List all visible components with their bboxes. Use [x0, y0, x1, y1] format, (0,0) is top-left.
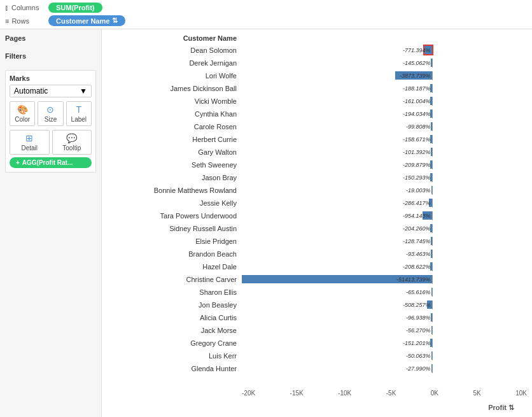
bar-name-label: Jack Morse [102, 327, 242, 334]
bar-area: -128.745% [242, 237, 527, 246]
rows-pill[interactable]: Customer Name ⇅ [48, 15, 125, 26]
bar-name-label: Elsie Pridgen [102, 237, 242, 245]
bar-name-label: Herbert Currie [102, 136, 242, 143]
tick--20k: -20K [242, 390, 255, 397]
bar-name-label: Hazel Dale [102, 263, 242, 271]
bar-area: -56.270% [242, 326, 527, 335]
bar-chart: Customer Name Dean Solomon-771.394%Derek… [102, 34, 527, 374]
bar-value-label: -128.745% [403, 238, 431, 244]
customer-name-header: Customer Name [102, 34, 242, 42]
columns-pill[interactable]: SUM(Profit) [48, 3, 102, 13]
bar-area: -161.004% [242, 97, 527, 106]
zero-line [432, 46, 433, 55]
bar-area: -286.417% [242, 199, 527, 208]
zero-line [432, 59, 433, 67]
bar-area: -99.808% [242, 122, 527, 131]
zero-line [432, 211, 433, 220]
detail-mark[interactable]: ⊞ Detail [10, 130, 50, 155]
tick--10k: -10K [338, 390, 351, 397]
bar-area: -93.463% [242, 250, 527, 258]
bar-area: -208.622% [242, 262, 527, 271]
bar-name-label: Dean Solomon [102, 46, 242, 54]
table-row: Carole Rosen-99.808% [102, 121, 527, 132]
bar-name-label: Carole Rosen [102, 123, 242, 131]
bar-name-label: Brandon Beach [102, 250, 242, 258]
size-mark[interactable]: ⊙ Size [38, 101, 63, 126]
bar-value-label: -508.257% [403, 302, 431, 308]
zero-line [432, 300, 433, 309]
bar-value-label: -954.143% [403, 213, 431, 219]
label-icon: T [76, 104, 82, 115]
bar-name-label: Derek Jernigan [102, 59, 242, 67]
color-mark[interactable]: 🎨 Color [10, 101, 35, 126]
color-label: Color [15, 116, 30, 123]
bars-container: Dean Solomon-771.394%Derek Jernigan-145.… [102, 45, 527, 374]
table-row: Brandon Beach-93.463% [102, 248, 527, 260]
bar-value-label: -145.062% [403, 60, 431, 66]
pages-section: Pages [5, 34, 96, 45]
bar-value-label: -286.417% [403, 200, 431, 206]
zero-line [432, 110, 433, 118]
table-row: Tara Powers Underwood-954.143% [102, 210, 527, 222]
bar-fill [430, 97, 431, 105]
bar-fill [431, 250, 431, 258]
zero-line [432, 237, 433, 246]
bar-name-label: Lori Wolfe [102, 72, 242, 80]
size-label: Size [45, 116, 57, 123]
zero-line [432, 97, 433, 106]
tick-10k: 10K [515, 390, 527, 397]
zero-line [432, 364, 433, 373]
bar-area: -27.990% [242, 364, 527, 373]
label-mark[interactable]: T Label [66, 101, 92, 126]
table-row: Bonnie Matthews Rowland-19.003% [102, 185, 527, 196]
tooltip-mark[interactable]: 💬 Tooltip [52, 130, 92, 155]
table-row: Jon Beasley-508.257% [102, 299, 527, 311]
bar-fill [431, 288, 432, 296]
x-axis: -20K -15K -10K -5K 0K 5K 10K [242, 390, 527, 402]
marks-grid2: ⊞ Detail 💬 Tooltip [10, 130, 92, 155]
bar-name-label: Bonnie Matthews Rowland [102, 187, 242, 194]
table-row: Vicki Womble-161.004% [102, 95, 527, 107]
detail-label: Detail [21, 145, 38, 152]
marks-grid: 🎨 Color ⊙ Size T Label [10, 101, 92, 126]
left-panel: Pages Filters Marks Automatic ▼ 🎨 Color … [0, 29, 102, 417]
detail-icon: ⊞ [25, 133, 33, 143]
rows-shelf: ≡ Rows Customer Name ⇅ [5, 15, 527, 26]
agg-pill[interactable]: + AGG(Profit Rat... [10, 157, 92, 168]
columns-icon: ⫿ [5, 4, 9, 11]
table-row: Sharon Ellis-65.616% [102, 286, 527, 298]
bar-name-label: Vicki Womble [102, 97, 242, 105]
table-row: Jason Bray-150.293% [102, 172, 527, 183]
tick--5k: -5K [386, 390, 396, 397]
zero-line [432, 339, 433, 348]
bar-value-label: -65.616% [406, 289, 431, 295]
bar-value-label: -96.938% [406, 315, 431, 321]
agg-label: AGG(Profit Rat... [22, 159, 73, 166]
bar-fill [431, 59, 432, 67]
bar-value-label: -27.990% [406, 365, 431, 372]
bar-fill [431, 148, 432, 156]
tick--15k: -15K [290, 390, 304, 397]
zero-line [432, 262, 433, 271]
chart-scroll-container[interactable]: Customer Name Dean Solomon-771.394%Derek… [102, 34, 527, 387]
bar-area: -3873.739% [242, 71, 527, 80]
table-row: Herbert Currie-158.671% [102, 134, 527, 145]
zero-line [432, 351, 433, 360]
bar-area: -19.003% [242, 186, 527, 195]
table-row: Lori Wolfe-3873.739% [102, 70, 527, 81]
zero-line [432, 275, 433, 284]
bar-name-label: Christine Carver [102, 276, 242, 283]
bar-fill [431, 122, 431, 131]
table-row: Dean Solomon-771.394% [102, 45, 527, 56]
bar-area: -954.143% [242, 211, 527, 220]
bar-name-label: Jon Beasley [102, 301, 242, 309]
bar-value-label: -150.293% [403, 174, 431, 181]
bar-name-label: Luis Kerr [102, 352, 242, 360]
bar-name-label: Glenda Hunter [102, 365, 242, 372]
bar-fill [430, 339, 431, 347]
chart-area: Customer Name Dean Solomon-771.394%Derek… [102, 29, 532, 417]
bar-name-label: Gary Walton [102, 148, 242, 156]
bar-fill [431, 313, 431, 322]
marks-type-dropdown[interactable]: Automatic ▼ [10, 85, 92, 97]
bar-value-label: -208.622% [403, 264, 431, 270]
